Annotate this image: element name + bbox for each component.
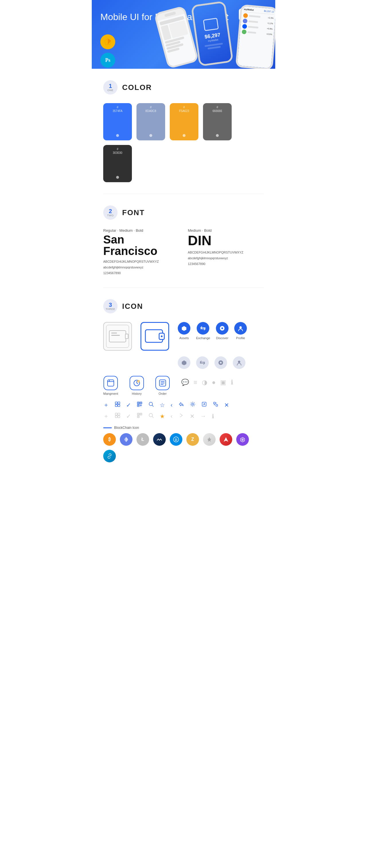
icon-number-circle: 3 THREE: [103, 299, 117, 313]
swatch-orange: #F5A623: [170, 103, 198, 141]
nav-icons-gray: [103, 356, 264, 369]
plus-icon: ＋: [103, 401, 109, 409]
svg-rect-54: [140, 414, 141, 414]
color-number: 1: [109, 83, 112, 89]
icon-number: 3: [109, 302, 112, 308]
eth-icon: [120, 433, 133, 446]
assets-icon: [178, 322, 190, 335]
assets-icon-gray: [178, 356, 190, 369]
svg-point-5: [161, 336, 163, 337]
sketch-badge: [101, 34, 115, 49]
search-icon: [148, 401, 154, 408]
ltc-icon: Ł: [137, 433, 149, 446]
x-icon-gray: ✕: [190, 413, 195, 420]
matic-icon: [236, 433, 249, 446]
info-icon: ℹ: [231, 379, 233, 386]
phone-mockups: $6,297 myWallet myWallet $6,297.12 +2.3%: [155, 0, 275, 69]
svg-rect-46: [115, 413, 117, 415]
history-label: History: [132, 392, 142, 395]
check-icon: ✓: [126, 402, 131, 408]
qr-icon: [137, 401, 142, 408]
svg-marker-6: [182, 326, 186, 331]
discover-icon-group: Discover: [216, 322, 228, 340]
svg-rect-34: [138, 405, 139, 406]
assets-label: Assets: [179, 336, 189, 340]
order-label: Order: [159, 392, 167, 395]
zcash-icon: Z: [186, 433, 199, 446]
hero-badges: Ps 60+ Screens: [101, 34, 115, 69]
svg-rect-27: [115, 404, 117, 406]
svg-point-8: [221, 328, 223, 329]
svg-rect-33: [140, 402, 141, 403]
exchange-icon-gray: [196, 356, 209, 369]
svg-rect-53: [138, 414, 139, 414]
star-icon-orange: ★: [160, 413, 165, 420]
swatch-dark: #303030: [103, 145, 132, 182]
circle-icon: ●: [212, 379, 216, 386]
font-sf-style: Regular · Medium · Bold: [103, 228, 179, 232]
discover-label: Discover: [216, 336, 228, 340]
icon-row-1: Assets Exchange Discover Profile: [103, 322, 264, 351]
svg-rect-43: [216, 404, 218, 406]
util-icons-gray-set: 💬 ≡ ◑ ● ▣ ℹ: [181, 376, 233, 386]
svg-rect-25: [115, 402, 117, 404]
svg-point-12: [220, 362, 222, 364]
svg-rect-32: [138, 402, 139, 403]
profile-icon: [234, 322, 247, 335]
qr-icon-gray: [137, 412, 142, 420]
swatch-gray-blue: #8DA0C8: [137, 103, 165, 141]
svg-text:D: D: [175, 438, 177, 441]
swatch-blue: #3574FA: [103, 103, 132, 141]
font-number-circle: 2 TWO: [103, 206, 117, 220]
gear-icon: [190, 401, 196, 408]
message-icon: ▣: [220, 379, 226, 386]
svg-marker-66: [242, 438, 244, 441]
font-din: Medium · Bold DIN ABCDEFGHIJKLMNOPQRSTUV…: [188, 228, 264, 276]
assets-icon-group: Assets: [178, 322, 190, 340]
color-number-text: ONE: [107, 89, 113, 92]
color-section: 1 ONE COLOR #3574FA #8DA0C8 #F5A623 #666…: [92, 69, 275, 194]
link-icon: [103, 450, 116, 462]
svg-marker-64: [224, 437, 228, 442]
swatch-gray: #666666: [203, 103, 232, 141]
order-icon: [156, 376, 170, 390]
star-icon: ☆: [160, 402, 165, 408]
font-sf-upper: ABCDEFGHIJKLMNOPQRSTUVWXYZ abcdefghijklm…: [103, 259, 179, 276]
discover-icon-gray: [215, 356, 227, 369]
svg-point-13: [238, 361, 240, 363]
icon-title: ICON: [122, 302, 143, 311]
exchange-icon-group: Exchange: [196, 322, 210, 340]
bottom-nav-row: Mangment History Order 💬 ≡ ◑ ● ▣ ℹ: [103, 376, 264, 395]
svg-rect-14: [108, 380, 114, 386]
profile-label: Profile: [236, 336, 245, 340]
moon-icon: ◑: [202, 379, 207, 386]
svg-point-39: [192, 403, 194, 405]
font-din-style: Medium · Bold: [188, 228, 264, 232]
color-title: COLOR: [122, 83, 152, 92]
back-icon: ‹: [171, 402, 173, 408]
svg-rect-42: [214, 402, 215, 404]
font-din-name: DIN: [188, 234, 264, 248]
exchange-icon: [197, 322, 209, 335]
nav-icons-blue: Assets Exchange Discover Profile: [178, 322, 247, 340]
icon-number-text: THREE: [106, 308, 115, 311]
font-section-header: 2 TWO FONT: [103, 206, 264, 220]
ark-icon: [220, 433, 232, 446]
font-number-text: TWO: [107, 214, 114, 217]
exchange-label: Exchange: [196, 336, 210, 340]
back-icon-gray: ‹: [171, 413, 173, 420]
info-icon-gray: ℹ: [212, 413, 214, 420]
util-icons-blue-row: ＋ ✓ ☆ ‹ ✕: [103, 401, 264, 409]
color-swatches: #3574FA #8DA0C8 #F5A623 #666666 #303030: [103, 103, 264, 182]
svg-point-9: [239, 326, 242, 329]
color-number-circle: 1 ONE: [103, 80, 117, 95]
iota-icon: [203, 433, 216, 446]
dash-icon: D: [170, 433, 182, 446]
hero-section: Mobile UI for Blockchain Wallet UI Kit P…: [92, 0, 275, 69]
wallet-wireframe-icon: [103, 322, 132, 351]
svg-rect-49: [118, 416, 120, 418]
phone-right: myWallet $6,297.12 +2.3% +1.2%: [235, 4, 275, 69]
resize-icon: [213, 401, 219, 408]
waves-icon: [153, 433, 166, 446]
svg-line-57: [152, 416, 154, 418]
